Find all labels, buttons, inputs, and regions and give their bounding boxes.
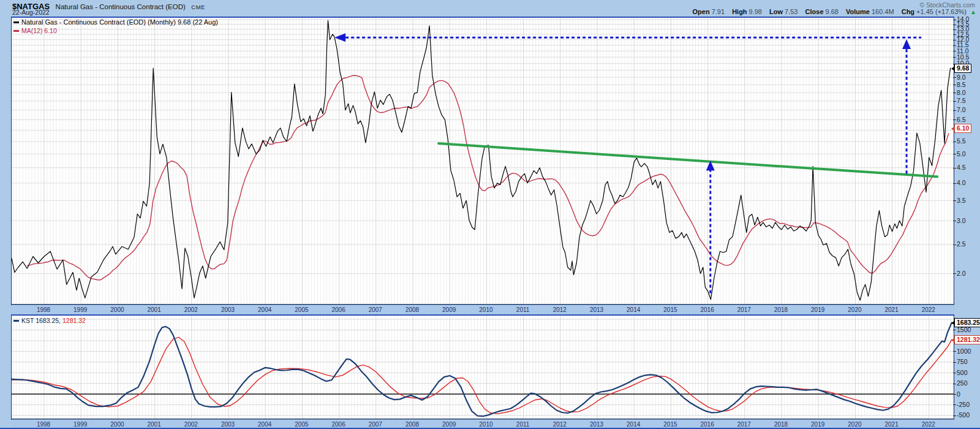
year-label-2004: 2004 [258, 306, 271, 313]
tick-mark [953, 120, 956, 120]
kst-line-icon [13, 320, 19, 322]
year-label-2011: 2011 [516, 421, 530, 428]
year-label-2021: 2021 [884, 306, 898, 313]
year-label-1998: 1998 [37, 306, 50, 313]
tick-mark [953, 330, 956, 330]
tick-mark [953, 168, 956, 169]
high-label: High [732, 8, 747, 15]
price-plot [12, 18, 954, 304]
low-label: Low [769, 8, 783, 15]
year-label-2009: 2009 [442, 421, 456, 428]
price-legend: Natural Gas - Continuous Contract (EOD) … [13, 18, 218, 26]
year-label-2018: 2018 [774, 306, 788, 313]
year-label-2001: 2001 [147, 421, 160, 428]
tick-mark [953, 51, 956, 51]
tick-mark [953, 245, 956, 245]
year-label-2022: 2022 [922, 306, 935, 313]
axis-tick-5.0: 5.0 [957, 150, 966, 158]
ma-legend-text: MA(12) 6.10 [21, 27, 57, 34]
tick-mark [953, 101, 956, 102]
chart-title: Natural Gas - Continuous Contract (EOD) [56, 3, 186, 10]
tick-mark [953, 394, 956, 395]
axis-tick-3.5: 3.5 [957, 197, 966, 204]
year-label-2000: 2000 [110, 421, 124, 428]
tick-mark [953, 110, 956, 111]
kst-signal-legend-text: 1281.32 [62, 317, 86, 324]
year-label-2002: 2002 [184, 421, 198, 428]
kst-legend-text: KST 1683.25, [21, 317, 61, 324]
axis-tick-8.0: 8.0 [957, 89, 966, 96]
price-legend-text: Natural Gas - Continuous Contract (EOD) … [21, 18, 218, 26]
kst-legend: KST 1683.25, 1281.32 [13, 317, 86, 324]
ma-line-icon [13, 30, 19, 32]
high-value: 9.98 [749, 8, 762, 15]
exchange-label: CME [191, 4, 205, 10]
year-label-2009: 2009 [442, 306, 456, 313]
tick-mark [953, 85, 956, 85]
year-label-2012: 2012 [553, 306, 567, 313]
quote-summary: Open7.91 High9.98 Low7.53 Close9.68 Volu… [687, 8, 976, 15]
tick-mark [953, 362, 956, 363]
axis-tick-4.5: 4.5 [957, 164, 966, 171]
year-label-2005: 2005 [295, 421, 308, 428]
axis-tick--500: -500 [957, 411, 970, 419]
year-label-2007: 2007 [369, 421, 382, 428]
axis-tick-8.5: 8.5 [957, 81, 966, 88]
axis-tick-750: 750 [957, 358, 968, 365]
volume-value: 160.4M [872, 8, 894, 15]
tick-mark [953, 384, 956, 384]
year-label-2017: 2017 [737, 421, 751, 428]
axis-tick-5.5: 5.5 [957, 137, 966, 145]
year-label-2007: 2007 [369, 306, 382, 313]
tick-mark [953, 25, 956, 25]
year-label-1998: 1998 [37, 421, 50, 428]
tick-mark [953, 45, 956, 46]
year-label-2005: 2005 [295, 306, 308, 313]
open-label: Open [693, 8, 710, 15]
axis-tick-3.0: 3.0 [957, 217, 966, 224]
axis-tick-6.5: 6.5 [957, 116, 966, 123]
tick-mark [953, 40, 956, 40]
ma-legend: MA(12) 6.10 [13, 27, 57, 34]
volume-label: Volume [846, 8, 870, 15]
low-value: 7.53 [785, 8, 797, 15]
kst-plot [12, 316, 954, 419]
year-label-2020: 2020 [848, 421, 861, 428]
year-label-2018: 2018 [774, 421, 788, 428]
year-label-2015: 2015 [663, 421, 677, 428]
ma-value-flag: 6.10 [954, 124, 971, 133]
year-label-2010: 2010 [479, 421, 492, 428]
stockcharts-chart: $NATGAS Natural Gas - Continuous Contrac… [0, 0, 980, 429]
year-label-2019: 2019 [811, 306, 824, 313]
year-label-2016: 2016 [700, 306, 714, 313]
price-panel [11, 17, 954, 305]
x-axis-band-main: 1998199920002001200220032004200520062007… [11, 305, 954, 315]
year-label-2014: 2014 [627, 421, 640, 428]
year-label-1999: 1999 [74, 306, 87, 313]
year-label-2006: 2006 [331, 306, 345, 313]
axis-tick-250: 250 [957, 379, 968, 387]
tick-mark [953, 351, 956, 352]
tick-mark [953, 183, 956, 184]
year-label-2017: 2017 [737, 306, 751, 313]
axis-tick--250: -250 [957, 401, 970, 408]
year-label-1999: 1999 [74, 421, 87, 428]
axis-tick-7.5: 7.5 [957, 97, 966, 104]
year-label-2020: 2020 [848, 306, 861, 313]
year-label-2014: 2014 [627, 306, 640, 313]
axis-tick-9.0: 9.0 [957, 74, 966, 81]
axis-tick-1500: 1500 [957, 326, 971, 333]
tick-mark [953, 154, 956, 154]
year-label-2021: 2021 [884, 421, 898, 428]
close-label: Close [805, 8, 824, 15]
chg-value: +1.45 (+17.63%) [916, 8, 967, 15]
year-label-2019: 2019 [811, 421, 824, 428]
year-label-2013: 2013 [590, 306, 603, 313]
year-label-2015: 2015 [663, 306, 677, 313]
open-value: 7.91 [712, 8, 725, 15]
x-axis-band-kst: 1998199920002001200220032004200520062007… [11, 419, 954, 428]
year-label-2012: 2012 [553, 421, 567, 428]
tick-mark [953, 404, 956, 405]
year-label-2003: 2003 [221, 421, 235, 428]
year-label-2002: 2002 [184, 306, 198, 313]
